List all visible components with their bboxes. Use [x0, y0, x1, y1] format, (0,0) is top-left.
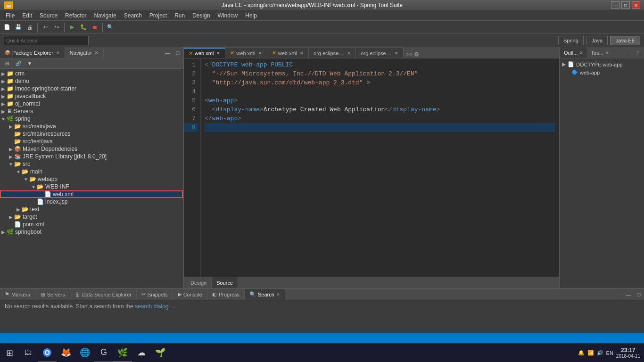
tree-expand-arrow[interactable]: ▶ [8, 147, 14, 152]
save-button[interactable]: 💾 [13, 22, 24, 33]
tree-expand-arrow[interactable]: ▶ [8, 124, 14, 129]
menu-item-source[interactable]: Source [36, 11, 61, 20]
taskbar-firefox[interactable]: 🦊 [57, 344, 75, 362]
outline-webapp[interactable]: 🔷 web-app [560, 68, 644, 76]
taskbar-clock[interactable]: 23:17 2018-04-11 [616, 347, 640, 359]
perspective-spring-btn[interactable]: Spring [558, 36, 584, 45]
tree-item[interactable]: 📄index.jsp [0, 198, 183, 206]
tree-item[interactable]: ▶📦Maven Dependencies [0, 145, 183, 153]
editor-tab-webxml-active[interactable]: ✕ web.xml ✕ [184, 48, 225, 58]
editor-tab-org-eclipse-2[interactable]: org.eclipse.... ✕ [356, 48, 403, 58]
tree-item[interactable]: ▼🌿spring [0, 115, 183, 123]
taskbar-ie[interactable]: 🌐 [75, 344, 94, 362]
collapse-all-btn[interactable]: ⊟ [2, 58, 12, 69]
tree-expand-arrow[interactable]: ▶ [0, 230, 7, 235]
tree-expand-arrow[interactable]: ▼ [8, 162, 14, 167]
stop-button[interactable]: ⏹ [90, 22, 100, 33]
tree-expand-arrow[interactable]: ▶ [15, 207, 22, 212]
menu-item-navigate[interactable]: Navigate [90, 11, 120, 20]
editor-tab-webxml-3[interactable]: ✕ web.xml ✕ [267, 48, 309, 58]
search-close[interactable]: ✕ [276, 292, 280, 297]
menu-item-project[interactable]: Project [146, 11, 171, 20]
tree-item[interactable]: ▶📁imooc-springboot-starter [0, 85, 183, 92]
tree-item[interactable]: ▶📚JRE System Library [jdk1.8.0_20] [0, 153, 183, 160]
menu-item-file[interactable]: File [2, 11, 18, 20]
tree-item[interactable]: ▶🌿springboot [0, 228, 183, 236]
source-tab[interactable]: Source [212, 277, 238, 288]
perspective-java-btn[interactable]: Java [586, 36, 608, 45]
outline-close[interactable]: ✕ [579, 50, 583, 55]
search-toolbar-button[interactable]: 🔍 [105, 22, 116, 33]
tree-item[interactable]: ▶🖥Servers [0, 107, 183, 115]
outline-doctype[interactable]: ▶ 📄 DOCTYPE:web-app [560, 60, 644, 68]
package-explorer-tab[interactable]: 📦 Package Explorer ✕ [0, 47, 65, 58]
tree-item[interactable]: ▶📂test [0, 206, 183, 213]
navigator-close[interactable]: ✕ [95, 50, 99, 55]
taskbar-chrome[interactable] [38, 344, 57, 362]
minimize-panel-btn[interactable]: — [162, 48, 173, 58]
redo-button[interactable]: ↪ [51, 22, 62, 33]
tree-item[interactable]: ▶📁javacallback [0, 92, 183, 100]
menu-item-search[interactable]: Search [120, 11, 146, 20]
menu-item-run[interactable]: Run [171, 11, 189, 20]
more-tabs-btn[interactable]: >> 5 [404, 50, 422, 58]
tree-item[interactable]: ▼📂main [0, 168, 183, 175]
bottom-max-btn[interactable]: □ [634, 289, 644, 300]
menu-item-help[interactable]: Help [241, 11, 261, 20]
tree-expand-arrow[interactable]: ▶ [0, 86, 7, 91]
tree-expand-arrow[interactable]: ▶ [0, 109, 7, 114]
tree-expand-arrow[interactable]: ▼ [15, 169, 22, 174]
maximize-panel-btn[interactable]: □ [173, 48, 183, 58]
tree-item[interactable]: 📂src/test/java [0, 138, 183, 145]
tab-close-2[interactable]: ✕ [258, 51, 262, 56]
tree-item[interactable]: 📂src/main/resources [0, 130, 183, 138]
search-dialog-link[interactable]: search dialog [135, 303, 168, 310]
tab-close-active[interactable]: ✕ [216, 51, 220, 56]
servers-tab[interactable]: 🖥 Servers [35, 289, 70, 300]
tree-item[interactable]: ▶📁crm [0, 70, 183, 77]
console-tab[interactable]: ▶ Console [173, 289, 207, 300]
menu-item-window[interactable]: Window [214, 11, 242, 20]
tree-expand-arrow[interactable]: ▼ [23, 177, 29, 182]
menu-item-design[interactable]: Design [189, 11, 214, 20]
tree-expand-arrow[interactable]: ▼ [30, 184, 37, 189]
perspective-javaee-btn[interactable]: Java EE [611, 36, 640, 45]
taskbar-cloud[interactable]: ☁ [132, 344, 151, 362]
editor-tab-org-eclipse-1[interactable]: org.eclipse.... ✕ [309, 48, 356, 58]
tree-item[interactable]: 📄web.xml [0, 190, 183, 198]
taskbar-file-explorer[interactable]: 🗂 [19, 344, 38, 362]
menu-item-edit[interactable]: Edit [18, 11, 36, 20]
debug-button[interactable]: 🐛 [78, 22, 89, 33]
tab-close-5[interactable]: ✕ [395, 51, 398, 56]
tree-expand-arrow[interactable]: ▶ [0, 101, 7, 107]
tree-expand-arrow[interactable]: ▶ [0, 71, 7, 76]
datasource-tab[interactable]: 🗄 Data Source Explorer [70, 289, 137, 300]
tree-item[interactable]: ▼📂src [0, 160, 183, 168]
outline-tab[interactable]: Outl... ✕ [560, 47, 587, 58]
right-panel-min[interactable]: — [623, 48, 634, 58]
print-button[interactable]: 🖨 [25, 22, 35, 33]
progress-tab[interactable]: ◐ Progress [207, 289, 245, 300]
tree-item[interactable]: ▶📂src/main/java [0, 123, 183, 130]
run-button[interactable]: ▶ [67, 22, 77, 33]
link-editor-btn[interactable]: 🔗 [13, 58, 24, 69]
tasks-tab[interactable]: Tas... ✕ [587, 47, 612, 58]
tasks-close[interactable]: ✕ [605, 50, 609, 55]
new-button[interactable]: 📄 [2, 22, 12, 33]
undo-button[interactable]: ↩ [40, 22, 50, 33]
tree-expand-arrow[interactable]: ▼ [0, 116, 7, 122]
maximize-button[interactable]: □ [621, 1, 630, 9]
navigator-tab[interactable]: Navigator ✕ [65, 47, 104, 58]
tree-expand-arrow[interactable]: ▶ [8, 214, 14, 220]
tree-item[interactable]: ▼📂webapp [0, 175, 183, 183]
tree-expand-arrow[interactable]: ▶ [0, 79, 7, 84]
menu-item-refactor[interactable]: Refactor [61, 11, 90, 20]
taskbar-spring[interactable]: 🌿 [113, 344, 132, 362]
tab-close-3[interactable]: ✕ [300, 51, 304, 56]
design-tab[interactable]: Design [186, 277, 212, 288]
tree-expand-arrow[interactable]: ▶ [8, 154, 14, 159]
close-button[interactable]: ✕ [632, 1, 640, 9]
quick-access-input[interactable] [4, 36, 89, 45]
snippets-tab[interactable]: ✂ Snippets [137, 289, 173, 300]
right-panel-max[interactable]: □ [634, 48, 644, 58]
